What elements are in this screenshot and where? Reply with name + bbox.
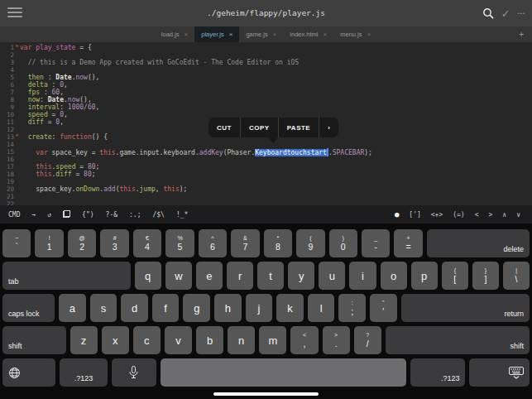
key-tab[interactable]: tab xyxy=(2,262,131,290)
toolbar-key-∧[interactable]: ∧ xyxy=(502,211,506,219)
context-menu-item-›[interactable]: › xyxy=(319,118,338,137)
tab-game.js[interactable]: game.js× xyxy=(239,26,283,42)
key-'[interactable]: "' xyxy=(370,294,397,322)
code-line[interactable]: 18 this.diff = 80; xyxy=(0,171,532,178)
code-line[interactable]: 5 then : Date.now(), xyxy=(0,74,532,81)
key-m[interactable]: m xyxy=(259,326,286,354)
key--[interactable]: _- xyxy=(362,229,390,257)
toolbar-key-?-&[interactable]: ?-& xyxy=(106,211,117,219)
code-line[interactable]: 4 xyxy=(0,66,532,74)
key-j[interactable]: j xyxy=(246,294,273,322)
tab-load.js[interactable]: load.js× xyxy=(155,26,194,42)
key-p[interactable]: p xyxy=(411,262,438,290)
toolbar-key-{")[interactable]: {") xyxy=(82,211,93,219)
key-shift[interactable]: shift xyxy=(2,326,66,354)
tab-close-icon[interactable]: × xyxy=(185,31,189,38)
code-line[interactable]: 20 space_key.onDown.add(this.jump, this)… xyxy=(0,185,532,193)
key-4[interactable]: €4 xyxy=(133,229,161,257)
context-menu-item-cut[interactable]: CUT xyxy=(208,118,240,137)
toolbar-key-!_*[interactable]: !_* xyxy=(176,211,188,219)
tab-close-icon[interactable]: × xyxy=(229,31,233,38)
key-9[interactable]: (9 xyxy=(296,229,324,257)
toolbar-key-<+>[interactable]: <+> xyxy=(431,211,443,219)
key-;[interactable]: :; xyxy=(338,294,366,322)
key-=[interactable]: += xyxy=(394,229,422,257)
code-line[interactable]: 6 delta : 0, xyxy=(0,81,532,89)
key-y[interactable]: y xyxy=(288,262,314,290)
key-6[interactable]: ^6 xyxy=(199,229,227,257)
toolbar-key-∨[interactable]: ∨ xyxy=(516,211,520,219)
key-u[interactable]: u xyxy=(319,262,345,290)
key-v[interactable]: v xyxy=(165,326,192,354)
key-d[interactable]: d xyxy=(121,294,148,322)
key-return[interactable]: return xyxy=(401,294,530,322)
key-g[interactable]: g xyxy=(183,294,210,322)
fold-marker[interactable]: * xyxy=(14,133,20,141)
tab-close-icon[interactable]: × xyxy=(273,31,277,38)
more-options-icon[interactable]: ••• xyxy=(518,11,525,16)
key-`[interactable]: ~` xyxy=(2,229,31,257)
code-line[interactable]: 17 this.speed = 80; xyxy=(0,163,532,171)
code-line[interactable]: 2 xyxy=(0,51,532,59)
code-line[interactable]: 8 now: Date.now(), xyxy=(0,96,532,103)
key-a[interactable]: a xyxy=(59,294,86,322)
keyboard-dismiss-key[interactable] xyxy=(469,358,530,387)
code-line[interactable]: 19 xyxy=(0,178,532,185)
key-w[interactable]: w xyxy=(165,262,192,290)
key-o[interactable]: o xyxy=(381,262,407,290)
key-3[interactable]: #3 xyxy=(100,229,128,257)
key-1[interactable]: !1 xyxy=(35,229,63,257)
key-t[interactable]: t xyxy=(257,262,284,290)
code-line[interactable]: 15 var space_key = this.game.input.keybo… xyxy=(0,148,532,156)
key-/[interactable]: ?/ xyxy=(354,326,381,354)
key-][interactable]: }] xyxy=(472,262,499,290)
key-.?123[interactable]: .?123 xyxy=(410,358,465,387)
key-delete[interactable]: delete xyxy=(427,229,530,257)
code-line[interactable]: 21 xyxy=(0,193,532,200)
key-e[interactable]: e xyxy=(196,262,223,290)
check-icon[interactable]: ✓ xyxy=(501,8,510,19)
context-menu-item-copy[interactable]: COPY xyxy=(240,118,278,137)
add-tab-button[interactable]: + xyxy=(515,26,527,42)
key-7[interactable]: &7 xyxy=(231,229,259,257)
key-s[interactable]: s xyxy=(90,294,117,322)
toolbar-key-CMD[interactable]: CMD xyxy=(8,211,20,219)
key-shift[interactable]: shift xyxy=(386,326,530,354)
key-[[interactable]: {[ xyxy=(442,262,468,290)
key-c[interactable]: c xyxy=(133,326,161,354)
key-h[interactable]: h xyxy=(214,294,242,322)
copy-icon[interactable] xyxy=(63,210,70,219)
code-line[interactable]: 3 // this is a Demo App created with GoC… xyxy=(0,59,532,66)
toolbar-key-→[interactable]: → xyxy=(31,211,36,219)
tab-index.html[interactable]: index.html× xyxy=(283,26,333,42)
toolbar-key-↺[interactable]: ↺ xyxy=(47,211,51,219)
toolbar-key-(=)[interactable]: (=) xyxy=(453,211,464,219)
tab-player.js[interactable]: player.js× xyxy=(194,26,239,42)
selected-text[interactable]: Keyboardtouchstart xyxy=(255,149,327,156)
key-f[interactable]: f xyxy=(152,294,180,322)
key-5[interactable]: %5 xyxy=(165,229,194,257)
key-,[interactable]: <, xyxy=(290,326,318,354)
tab-menu.js[interactable]: menu.js× xyxy=(333,26,377,42)
toolbar-key-['][interactable]: ['] xyxy=(409,211,420,219)
key-r[interactable]: r xyxy=(227,262,253,290)
toolbar-key-/$\[interactable]: /$\ xyxy=(152,211,164,219)
key-.[interactable]: >. xyxy=(323,326,350,354)
code-line[interactable]: 1*var play_state = { xyxy=(0,44,532,51)
search-icon[interactable] xyxy=(482,7,494,19)
code-line[interactable]: 7 fps : 60, xyxy=(0,89,532,96)
key-\[interactable]: |\ xyxy=(503,262,530,290)
toolbar-key-:.;[interactable]: :.; xyxy=(129,211,141,219)
code-line[interactable]: 9 interval: 1000/60, xyxy=(0,103,532,111)
key-.?123[interactable]: .?123 xyxy=(60,358,107,387)
mic-key[interactable] xyxy=(112,358,156,387)
key-x[interactable]: x xyxy=(102,326,129,354)
key-8[interactable]: *8 xyxy=(264,229,292,257)
toolbar-key-●[interactable]: ● xyxy=(395,210,399,219)
key-n[interactable]: n xyxy=(228,326,255,354)
key-k[interactable]: k xyxy=(276,294,304,322)
globe-key[interactable] xyxy=(2,358,55,387)
key-0[interactable]: )0 xyxy=(329,229,357,257)
key-2[interactable]: @2 xyxy=(68,229,96,257)
context-menu-item-paste[interactable]: PASTE xyxy=(278,118,319,137)
